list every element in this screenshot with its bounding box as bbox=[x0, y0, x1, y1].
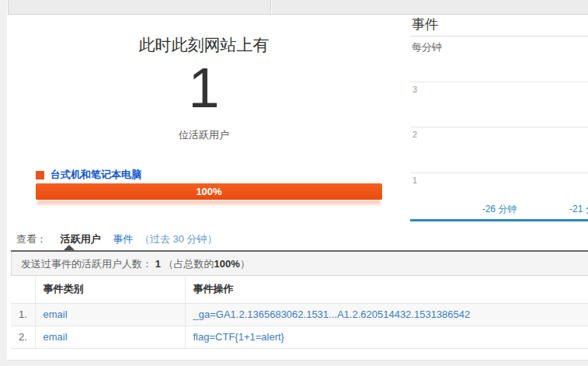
tab-active-users[interactable]: 活跃用户 bbox=[61, 233, 101, 245]
summary-percent: 100% bbox=[214, 258, 239, 270]
gridline bbox=[410, 173, 588, 173]
selected-tab-caret-icon bbox=[64, 245, 75, 250]
device-percentage-value: 100% bbox=[196, 186, 221, 197]
event-action-link[interactable]: flag=CTF{1+1=alert} bbox=[185, 326, 588, 348]
view-label: 查看： bbox=[16, 233, 47, 245]
row-number: 2. bbox=[11, 326, 35, 348]
header-event-action[interactable]: 事件操作 bbox=[185, 276, 588, 303]
x-axis-tick: -26 分钟 bbox=[457, 203, 542, 216]
active-users-label: 位活跃用户 bbox=[8, 128, 400, 142]
tab-events[interactable]: 事件 bbox=[113, 233, 133, 245]
view-switcher: 查看： 活跃用户 事件 （过去 30 分钟） bbox=[16, 232, 217, 246]
events-table: 事件类别 事件操作 1. email _ga=GA1.2.1365683062.… bbox=[11, 276, 588, 349]
summary-mid: （占总数的 bbox=[163, 258, 214, 270]
event-category-link[interactable]: email bbox=[35, 326, 185, 348]
device-bar-reflection bbox=[37, 200, 381, 207]
x-axis-line bbox=[410, 219, 588, 221]
event-category-link[interactable]: email bbox=[35, 303, 185, 326]
x-axis-tick: -21 分 bbox=[569, 203, 588, 216]
event-action-link[interactable]: _ga=GA1.2.1365683062.1531...A1.2.6205144… bbox=[185, 303, 588, 326]
table-header-row: 事件类别 事件操作 bbox=[11, 276, 588, 303]
chart-title: 事件 bbox=[412, 16, 438, 33]
summary-suffix: ） bbox=[240, 258, 250, 270]
chart-title-divider bbox=[410, 36, 588, 37]
legend-label: 台式机和笔记本电脑 bbox=[50, 168, 141, 182]
table-row: 1. email _ga=GA1.2.1365683062.1531...A1.… bbox=[11, 303, 588, 326]
device-percentage-bar: 100% bbox=[36, 183, 382, 200]
left-gutter bbox=[0, 0, 7, 366]
summary-prefix: 发送过事件的活跃用户人数： bbox=[21, 258, 152, 270]
active-users-count: 1 bbox=[8, 58, 400, 118]
chart-subtitle: 每分钟 bbox=[412, 40, 442, 54]
y-axis-tick: 1 bbox=[412, 176, 417, 185]
y-axis-tick: 3 bbox=[412, 85, 417, 94]
tab-events-timeframe[interactable]: （过去 30 分钟） bbox=[140, 233, 217, 245]
legend-swatch-icon bbox=[36, 171, 44, 180]
device-legend-item[interactable]: 台式机和笔记本电脑 bbox=[36, 168, 141, 182]
footer-strip bbox=[7, 360, 588, 366]
events-panel: 发送过事件的活跃用户人数： 1 （占总数的100%） 事件类别 事件操作 1. … bbox=[11, 250, 588, 349]
y-axis-tick: 2 bbox=[412, 130, 417, 139]
events-per-minute-chart: 事件 每分钟 3 2 1 -26 分钟 -21 分 bbox=[410, 16, 588, 222]
summary-count: 1 bbox=[155, 258, 161, 270]
realtime-overview-page: 此时此刻网站上有 1 位活跃用户 台式机和笔记本电脑 100% 事件 每分钟 3… bbox=[0, 0, 588, 366]
page-title: 此时此刻网站上有 bbox=[8, 34, 400, 56]
row-number: 1. bbox=[11, 303, 35, 326]
table-row: 2. email flag=CTF{1+1=alert} bbox=[11, 326, 588, 348]
header-index bbox=[11, 276, 35, 303]
gridline bbox=[410, 127, 588, 127]
header-event-category[interactable]: 事件类别 bbox=[35, 276, 185, 303]
summary-row: 发送过事件的活跃用户人数： 1 （占总数的100%） bbox=[11, 252, 588, 276]
gridline bbox=[410, 82, 588, 82]
